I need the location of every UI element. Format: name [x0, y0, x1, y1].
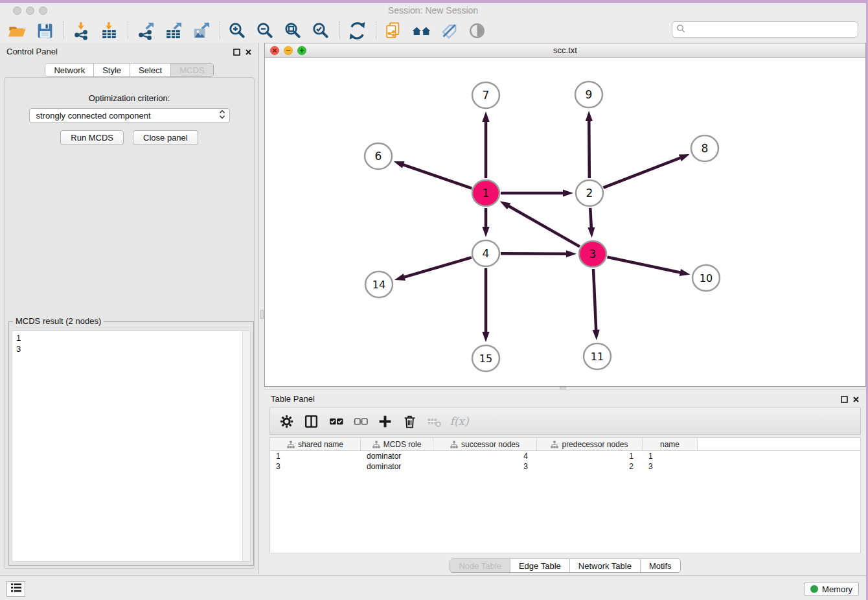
node-table[interactable]: shared nameMCDS rolesuccessor nodesprede…: [269, 437, 861, 553]
graph-node-3[interactable]: 3: [579, 241, 606, 267]
unselect-all-columns-icon[interactable]: [350, 411, 370, 431]
graph-edge-3-11[interactable]: [593, 269, 596, 332]
mcds-result-box: MCDS result (2 nodes) 1 3: [8, 321, 254, 566]
run-mcds-button[interactable]: Run MCDS: [60, 130, 124, 145]
graph-edge-4-3[interactable]: [501, 253, 568, 254]
apps-home-icon[interactable]: [411, 20, 431, 41]
table-row[interactable]: 1dominator411: [270, 451, 860, 461]
criterion-dropdown[interactable]: strongly connected component: [29, 108, 230, 123]
graph-edge-3-10[interactable]: [608, 257, 682, 273]
select-all-columns-icon[interactable]: [326, 411, 345, 431]
column-header-predecessor-nodes[interactable]: predecessor nodes: [537, 438, 643, 450]
tab-motifs[interactable]: Motifs: [640, 559, 680, 572]
vertical-split-divider[interactable]: [260, 43, 264, 387]
split-columns-icon[interactable]: [301, 411, 321, 431]
toolbar-separator: [376, 21, 376, 40]
graph-edge-1-6[interactable]: [402, 164, 472, 188]
column-header-name[interactable]: name: [643, 438, 698, 450]
column-type-icon: [551, 441, 558, 448]
table-cell: 1: [643, 451, 698, 461]
network-canvas[interactable]: 7968124314101511: [265, 58, 865, 386]
view-toggle-icon[interactable]: [466, 20, 487, 41]
network-window-titlebar[interactable]: scc.txt: [265, 43, 865, 58]
table-header-row: shared nameMCDS rolesuccessor nodesprede…: [270, 438, 860, 451]
column-header-label: predecessor nodes: [562, 440, 628, 449]
close-panel-icon[interactable]: [245, 47, 252, 58]
graph-node-10[interactable]: 10: [692, 265, 720, 291]
graph-node-8[interactable]: 8: [691, 135, 718, 161]
memory-button[interactable]: Memory: [804, 582, 859, 596]
zoom-fit-icon[interactable]: [282, 20, 303, 41]
tab-network-table[interactable]: Network Table: [569, 559, 640, 572]
graph-edge-4-14[interactable]: [402, 257, 471, 277]
toolbar-separator: [339, 21, 340, 40]
search-field[interactable]: [672, 21, 858, 38]
graph-node-label: 3: [589, 248, 597, 260]
refresh-network-icon[interactable]: [347, 20, 367, 41]
export-table-icon[interactable]: [163, 20, 183, 41]
export-network-icon[interactable]: [135, 20, 155, 41]
column-header-MCDS-role[interactable]: MCDS role: [361, 438, 433, 450]
split-handle[interactable]: [260, 310, 264, 319]
add-row-icon[interactable]: [375, 411, 394, 431]
float-panel-icon[interactable]: [233, 47, 240, 58]
close-panel-icon[interactable]: [852, 394, 860, 406]
mcds-result-text[interactable]: 1 3: [12, 330, 251, 562]
graph-node-label: 11: [591, 351, 604, 363]
export-image-icon[interactable]: [190, 20, 211, 41]
column-header-successor-nodes[interactable]: successor nodes: [433, 438, 537, 450]
graph-edge-2-8[interactable]: [603, 157, 681, 188]
graph-node-6[interactable]: 6: [365, 143, 392, 169]
table-cell: 1: [270, 451, 361, 461]
save-session-icon[interactable]: [34, 20, 55, 41]
import-network-icon[interactable]: [71, 20, 91, 41]
graph-edge-arrowhead: [586, 111, 593, 121]
graph-node-14[interactable]: 14: [365, 271, 393, 297]
delete-row-icon[interactable]: [400, 411, 419, 431]
memory-status-icon: [810, 585, 818, 593]
graph-edge-2-9[interactable]: [589, 119, 589, 178]
zoom-in-icon[interactable]: [227, 20, 247, 41]
graph-node-2[interactable]: 2: [576, 180, 603, 206]
graph-node-label: 9: [586, 88, 593, 101]
tab-edge-table[interactable]: Edge Table: [510, 559, 569, 572]
graph-node-11[interactable]: 11: [584, 343, 611, 369]
table-tabs: Node TableEdge TableNetwork TableMotifs: [450, 559, 680, 573]
graph-node-15[interactable]: 15: [472, 345, 499, 371]
float-panel-icon[interactable]: [841, 394, 848, 406]
graph-edge-arrowhead: [394, 161, 405, 168]
tab-node-table[interactable]: Node Table: [450, 559, 510, 572]
result-scrollbar[interactable]: [242, 331, 250, 561]
graph-edge-2-3[interactable]: [590, 208, 591, 229]
close-panel-button[interactable]: Close panel: [133, 130, 198, 145]
graph-edge-arrowhead: [563, 189, 573, 196]
search-input[interactable]: [688, 25, 858, 34]
graph-edge-arrowhead: [588, 227, 595, 238]
graph-node-4[interactable]: 4: [472, 240, 499, 266]
graph-edge-arrowhead: [566, 250, 577, 257]
graph-node-1[interactable]: 1: [472, 180, 499, 206]
criterion-value: strongly connected component: [36, 111, 219, 121]
mcds-tab-pane: Optimization criterion: strongly connect…: [4, 77, 255, 569]
column-header-shared-name[interactable]: shared name: [270, 438, 361, 450]
tab-mcds[interactable]: MCDS: [170, 63, 212, 76]
column-type-icon: [372, 441, 380, 448]
tab-style[interactable]: Style: [93, 63, 130, 76]
network-from-selection-icon[interactable]: [383, 20, 404, 41]
graph-node-7[interactable]: 7: [472, 82, 499, 108]
column-type-icon: [450, 441, 458, 448]
zoom-selected-icon[interactable]: [310, 20, 331, 41]
open-session-icon[interactable]: [6, 20, 27, 41]
task-history-button[interactable]: [6, 581, 25, 597]
graph-edge-arrowhead: [500, 201, 511, 209]
tab-select[interactable]: Select: [130, 63, 170, 76]
zoom-out-icon[interactable]: [255, 20, 275, 41]
settings-icon[interactable]: [277, 411, 296, 431]
graph-edge-3-1[interactable]: [507, 205, 580, 247]
table-row[interactable]: 3dominator323: [270, 461, 860, 472]
table-cell: 2: [537, 461, 643, 472]
tab-network[interactable]: Network: [45, 63, 93, 76]
import-table-icon[interactable]: [98, 20, 119, 41]
graph-node-9[interactable]: 9: [575, 82, 602, 108]
hide-labels-icon[interactable]: [439, 20, 459, 41]
